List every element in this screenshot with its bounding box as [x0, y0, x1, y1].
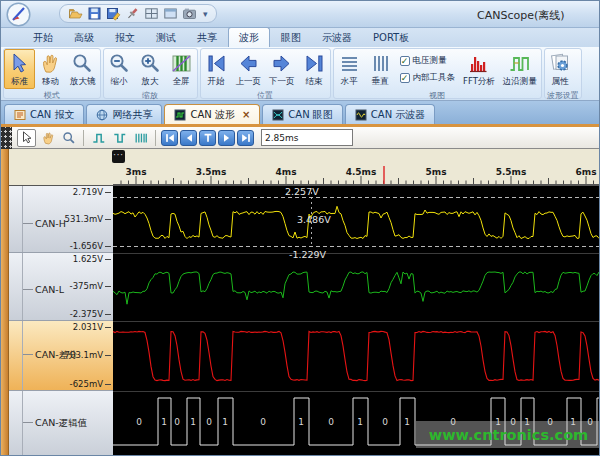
- ruler-label: 4ms: [276, 167, 297, 177]
- waveform-panel[interactable]: 01010101010101010102.257V3.486V-1.229V: [113, 186, 600, 456]
- checkbox-icon[interactable]: [400, 56, 410, 66]
- pan-hand-button[interactable]: [38, 129, 57, 147]
- nav-first-button[interactable]: [161, 130, 178, 146]
- ribbon-button-开始[interactable]: 开始: [201, 49, 232, 89]
- ribbon-tab-4[interactable]: 共享: [187, 28, 227, 47]
- ribbon-button-label: FFT分析: [463, 76, 495, 88]
- ruler-label: 3.5ms: [196, 167, 227, 177]
- snapshot-icon[interactable]: [182, 6, 197, 21]
- channel-name: CAN-L: [35, 284, 64, 295]
- waveform-toolbar: [1, 127, 600, 149]
- close-icon[interactable]: ×: [242, 109, 250, 120]
- time-ruler[interactable]: 3ms3.5ms4ms4.5ms5ms5.5ms6ms: [1, 164, 600, 186]
- logic-bit-value: 0: [174, 417, 180, 427]
- go-last-icon: [303, 52, 326, 75]
- time-position-input[interactable]: [261, 129, 353, 146]
- pin-icon[interactable]: [125, 6, 140, 21]
- ribbon-button-放大镜[interactable]: 放大镜: [66, 49, 100, 89]
- overview-strip[interactable]: [1, 149, 600, 164]
- channel-row-3[interactable]: CAN-逻辑值: [9, 391, 113, 456]
- cursor-measure-value: 3.486V: [297, 214, 331, 225]
- doc-tab-0[interactable]: CAN 报文: [4, 104, 84, 124]
- doc-tab-label: CAN 示波器: [371, 108, 425, 122]
- ribbon-button-标准[interactable]: 标准: [4, 49, 35, 89]
- save-as-icon[interactable]: [106, 6, 121, 21]
- ribbon-button-FFT分析[interactable]: FFT分析: [459, 49, 499, 89]
- lower-measure-value: -1.229V: [289, 249, 327, 260]
- ribbon-button-放大[interactable]: 放大: [135, 49, 166, 89]
- ribbon-button-上一页[interactable]: 上一页: [232, 49, 266, 89]
- overview-cursor-marker[interactable]: ···: [112, 150, 125, 163]
- rising-edge-button[interactable]: [89, 129, 108, 147]
- ribbon-button-结束[interactable]: 结束: [299, 49, 330, 89]
- logic-bit-value: 0: [510, 417, 516, 427]
- ribbon-button-属性[interactable]: 属性: [545, 49, 576, 89]
- checkbox-内部工具条[interactable]: 内部工具条: [400, 72, 456, 84]
- nav-last-button[interactable]: [237, 130, 254, 146]
- waveform-tab-icon: [174, 109, 186, 121]
- ribbon-button-下一页[interactable]: 下一页: [265, 49, 299, 89]
- ribbon-button-全屏[interactable]: 全屏: [166, 49, 197, 89]
- ribbon-tab-5[interactable]: 波形: [228, 27, 270, 47]
- falling-edge-button[interactable]: [110, 129, 129, 147]
- quick-access-toolbar: ▾: [59, 4, 217, 23]
- channel-row-2[interactable]: CAN-差分2.031V703.1mV-625mV: [9, 321, 113, 391]
- logic-bit-value: 0: [328, 417, 334, 427]
- nav-prev-button[interactable]: [180, 130, 197, 146]
- app-logo-icon[interactable]: [6, 2, 31, 27]
- qat-more-icon[interactable]: ▾: [203, 9, 208, 19]
- ribbon-button-边沿测量[interactable]: 边沿测量: [499, 49, 541, 89]
- window-title: CANScope(离线): [477, 8, 565, 23]
- channel-row-1[interactable]: CAN-L1.625V-375mV-2.375V: [9, 253, 113, 321]
- ribbon-button-label: 下一页: [269, 76, 295, 88]
- ribbon-group-视图: 水平垂直电压测量内部工具条FFT分析边沿测量视图: [333, 48, 542, 99]
- layout-icon[interactable]: [144, 6, 159, 21]
- oscilloscope-icon: [355, 109, 367, 121]
- ribbon-tab-bar: 开始高级报文测试共享波形眼图示波器PORT板: [1, 28, 600, 47]
- scale-mid: -375mV: [70, 281, 111, 291]
- logic-bit-value: 1: [222, 417, 228, 427]
- nav-next-button[interactable]: [218, 130, 235, 146]
- ribbon-tab-1[interactable]: 高级: [64, 28, 104, 47]
- ribbon-tab-3[interactable]: 测试: [146, 28, 186, 47]
- ribbon-tab-0[interactable]: 开始: [23, 28, 63, 47]
- open-file-icon[interactable]: [68, 6, 83, 21]
- ribbon-button-水平[interactable]: 水平: [334, 49, 365, 89]
- zoom-tool-button[interactable]: [59, 129, 78, 147]
- ribbon-button-label: 放大镜: [70, 76, 96, 88]
- doc-tab-2[interactable]: CAN 波形×: [164, 104, 260, 124]
- title-bar: ▾ CANScope(离线): [1, 1, 600, 28]
- ribbon-button-label: 垂直: [372, 76, 389, 88]
- toolbar-grip[interactable]: [1, 127, 12, 149]
- checkbox-电压测量[interactable]: 电压测量: [400, 55, 456, 67]
- ribbon-tab-2[interactable]: 报文: [105, 28, 145, 47]
- doc-tab-1[interactable]: 网络共享: [86, 104, 162, 124]
- ribbon-button-label: 标准: [11, 76, 28, 88]
- channel-row-0[interactable]: CAN-H2.719V531.3mV-1.656V: [9, 186, 113, 253]
- ribbon-tab-8[interactable]: PORT板: [363, 28, 419, 47]
- bit-grid-button[interactable]: [131, 129, 150, 147]
- logic-bit-value: 1: [404, 417, 410, 427]
- ribbon-button-垂直[interactable]: 垂直: [365, 49, 396, 89]
- ribbon-button-label: 上一页: [236, 76, 262, 88]
- zoom-in-icon: [139, 52, 162, 75]
- ruler-label: 5.5ms: [496, 167, 527, 177]
- doc-tab-4[interactable]: CAN 示波器: [345, 104, 435, 124]
- select-cursor-button[interactable]: [17, 129, 36, 147]
- ribbon-button-label: 缩小: [111, 76, 128, 88]
- left-accent-strip: [1, 149, 9, 456]
- logic-bit-value: 0: [206, 417, 212, 427]
- edge-measure-icon: [508, 52, 531, 75]
- save-icon[interactable]: [87, 6, 102, 21]
- checkbox-label: 电压测量: [413, 55, 447, 67]
- ribbon-button-label: 边沿测量: [503, 76, 537, 88]
- ribbon-button-缩小[interactable]: 缩小: [104, 49, 135, 89]
- ribbon-tab-7[interactable]: 示波器: [312, 28, 362, 47]
- channel-name: CAN-逻辑值: [35, 417, 87, 430]
- doc-tab-3[interactable]: CAN 眼图: [262, 104, 342, 124]
- ribbon-tab-6[interactable]: 眼图: [271, 28, 311, 47]
- checkbox-icon[interactable]: [400, 73, 410, 83]
- ribbon-button-移动[interactable]: 移动: [35, 49, 66, 89]
- nav-trigger-button[interactable]: [199, 130, 216, 146]
- window-icon[interactable]: [163, 6, 178, 21]
